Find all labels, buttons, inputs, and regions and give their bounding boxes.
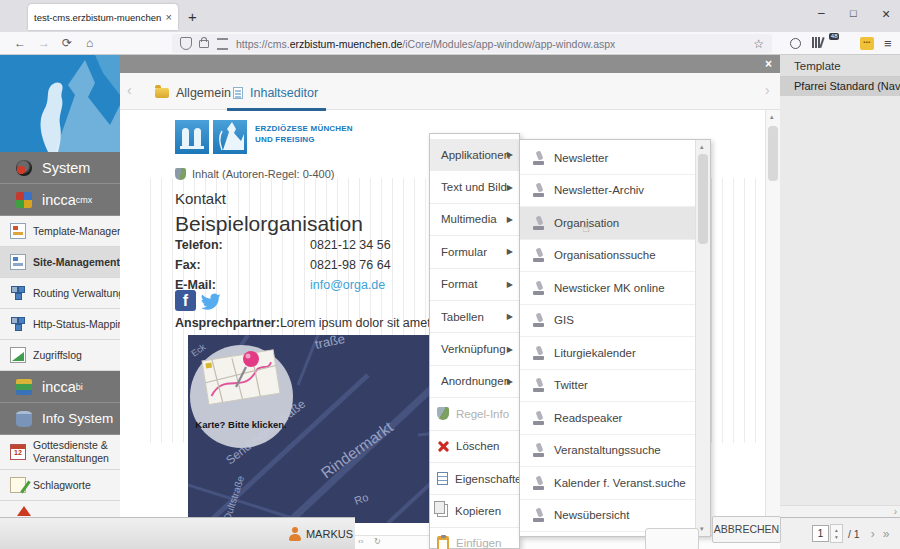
submenu-item-newsticker-mk-online[interactable]: Newsticker MK online <box>520 271 696 304</box>
context-menu-item-tabellen[interactable]: Tabellen ▶ <box>430 300 519 332</box>
app-window-title-bar[interactable]: × <box>120 55 780 73</box>
submenu-item-organisation[interactable]: Organisation ☝ <box>520 206 696 239</box>
spinner-down-icon[interactable]: ▾ <box>835 534 838 541</box>
user-icon <box>288 527 302 541</box>
sidebar-item-label: incca <box>42 379 76 395</box>
spinner-up-icon[interactable]: ▴ <box>835 527 838 534</box>
content-scrollbar[interactable]: ▴ ▾ <box>765 110 780 535</box>
context-menu-item-loeschen[interactable]: Löschen <box>430 430 519 462</box>
submenu-item-label: Twitter <box>554 379 588 391</box>
app-window-close-icon[interactable]: × <box>765 57 772 71</box>
cancel-button[interactable]: ABBRECHEN <box>712 516 781 543</box>
window-close-button[interactable]: × <box>882 6 890 22</box>
context-menu-item-multimedia[interactable]: Multimedia ▶ <box>430 203 519 235</box>
scrollbar-thumb[interactable] <box>698 154 708 244</box>
menu-item-label: Löschen <box>456 440 499 452</box>
submenu-scrollbar[interactable]: ▴ ▾ <box>695 140 710 536</box>
page-number-input[interactable]: 1 <box>812 525 829 542</box>
context-menu-item-formular[interactable]: Formular ▶ <box>430 235 519 267</box>
context-menu-item-applikationen[interactable]: Applikationen ▶ <box>430 139 519 170</box>
code-view-icon[interactable]: ‹› <box>358 537 363 546</box>
bookmark-star-icon[interactable]: ☆ <box>753 37 764 51</box>
sidebar-item-incca-cmx[interactable]: inccacmx <box>0 184 120 216</box>
context-menu-item-anordnungen[interactable]: Anordnungen ▶ <box>430 365 519 397</box>
tabs-prev-icon[interactable]: ‹ <box>127 82 132 98</box>
scroll-down-icon[interactable]: ▾ <box>700 525 704 533</box>
tab-close-icon[interactable]: × <box>166 11 172 23</box>
submenu-item-twitter[interactable]: Twitter <box>520 369 696 402</box>
sidebar-item-routing-verwaltung[interactable]: Routing Verwaltung <box>0 278 120 309</box>
email-link[interactable]: info@orga.de <box>310 278 385 292</box>
twitter-icon[interactable] <box>199 292 221 314</box>
context-menu-item-format[interactable]: Format ▶ <box>430 268 519 300</box>
context-menu-item-text-und-bild[interactable]: Text und Bild ▶ <box>430 170 519 202</box>
submenu-item-liturgiekalender[interactable]: Liturgiekalender <box>520 336 696 369</box>
scroll-right-icon[interactable]: › <box>894 506 897 517</box>
submenu-item-kalender-f-veranst-suche[interactable]: Kalender f. Veranst.suche <box>520 466 696 499</box>
template-panel-hscroll[interactable]: › <box>780 505 900 517</box>
forward-icon[interactable]: → <box>38 36 50 50</box>
submenu-arrow-icon: ▶ <box>507 247 513 256</box>
url-bar[interactable]: https://cms.erzbistum-muenchen.de/iCore/… <box>172 34 772 53</box>
app-stamp-icon <box>532 378 546 392</box>
sidebar-item-zugriffslog[interactable]: Zugriffslog <box>0 340 120 371</box>
sidebar-item-system[interactable]: System <box>0 152 120 184</box>
window-maximize-button[interactable]: □ <box>850 7 857 19</box>
scrollbar-thumb[interactable] <box>768 126 778 181</box>
sidebar-item-incca-bi[interactable]: inccabi <box>0 371 120 403</box>
sidebar-item-schlagworte[interactable]: Schlagworte <box>0 470 120 501</box>
next-page-icon[interactable]: › <box>871 527 875 541</box>
submenu-item-organisationssuche[interactable]: Organisationssuche <box>520 239 696 272</box>
new-tab-button[interactable]: + <box>188 8 197 25</box>
tab-allgemein[interactable]: Allgemein <box>155 79 231 107</box>
reload-icon[interactable]: ⟳ <box>62 36 72 50</box>
context-menu-item-verknuepfung[interactable]: Verknüpfung ▶ <box>430 332 519 364</box>
map-hint-text: Karte? Bitte klicken. <box>195 419 286 430</box>
submenu-item-veranstaltungssuche[interactable]: Veranstaltungssuche <box>520 434 696 467</box>
submenu-item-label: Veranstaltungssuche <box>554 444 661 456</box>
last-page-icon[interactable]: » <box>883 527 890 541</box>
template-panel-header: Template <box>780 55 900 77</box>
sidebar-item-site-management[interactable]: Site-Management <box>0 247 120 278</box>
menu-item-label: Multimedia <box>441 213 497 225</box>
sidebar-item-info-system[interactable]: Info System <box>0 403 120 435</box>
sidebar-item-gottesdienste[interactable]: 12 Gottesdienste &Veranstaltungen <box>0 435 120 470</box>
pocket-icon[interactable] <box>790 38 801 49</box>
home-icon[interactable]: ⌂ <box>86 36 93 50</box>
permissions-icon[interactable] <box>217 38 228 50</box>
tabs-next-icon[interactable]: › <box>765 82 770 98</box>
browser-tab[interactable]: test-cms.erzbistum-muenchen.de/i × <box>28 4 178 30</box>
back-icon[interactable]: ← <box>14 36 26 50</box>
sidebar-item-label: Http-Status-Mapping <box>33 318 120 330</box>
facebook-icon[interactable]: f <box>175 290 196 311</box>
submenu-item-newsletter-archiv[interactable]: Newsletter-Archiv <box>520 174 696 207</box>
submenu-item-newsuebersicht[interactable]: Newsübersicht <box>520 499 696 532</box>
extension-yellow-icon[interactable]: ⋯ <box>860 37 874 50</box>
menu-item-label: Tabellen <box>441 311 484 323</box>
user-name[interactable]: MARKUS <box>306 528 353 540</box>
sidebar-item-http-status-mapping[interactable]: Http-Status-Mapping <box>0 309 120 340</box>
page-spinner[interactable]: ▴▾ <box>830 524 843 543</box>
scroll-up-icon[interactable]: ▴ <box>770 113 774 121</box>
cubes-icon <box>16 192 32 208</box>
lock-icon[interactable] <box>199 40 209 48</box>
tab-inhaltseditor[interactable]: Inhaltseditor <box>233 79 318 107</box>
sidebar-item-label: Schlagworte <box>33 479 91 491</box>
browser-tab-strip: test-cms.erzbistum-muenchen.de/i × + – □… <box>0 0 900 32</box>
submenu-arrow-icon: ▶ <box>507 280 513 289</box>
submenu-item-newsletter[interactable]: Newsletter <box>520 142 696 174</box>
context-menu: Applikationen ▶ Text und Bild ▶ Multimed… <box>429 133 520 549</box>
submenu-item-gis[interactable]: GIS <box>520 304 696 337</box>
context-menu-item-eigenschaften[interactable]: Eigenschaften <box>430 462 519 494</box>
hamburger-menu-icon[interactable]: ≡ <box>884 36 892 51</box>
brand-logo-square-1 <box>175 120 209 154</box>
scroll-up-icon[interactable]: ▴ <box>700 143 704 151</box>
sidebar-item-template-management[interactable]: Template-Management <box>0 216 120 247</box>
context-menu-item-kopieren[interactable]: Kopieren <box>430 494 519 526</box>
partially-hidden-button[interactable] <box>645 528 699 549</box>
refresh-icon[interactable]: ↻ <box>374 537 381 546</box>
template-selected-row[interactable]: Pfarrei Standard (Navi L <box>780 77 900 96</box>
submenu-item-readspeaker[interactable]: Readspeaker <box>520 401 696 434</box>
window-minimize-button[interactable]: – <box>818 6 825 20</box>
tracking-shield-icon[interactable] <box>180 37 192 50</box>
